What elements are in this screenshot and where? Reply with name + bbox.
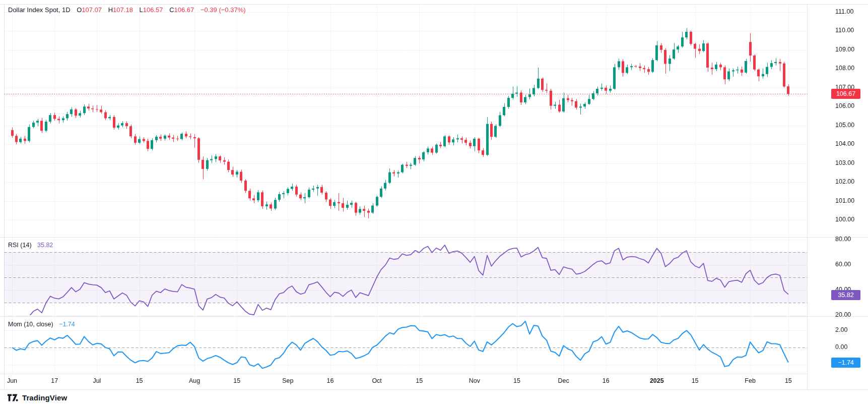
mom-legend: Mom (10, close) −1.74 xyxy=(8,321,75,328)
time-axis-tick: Feb xyxy=(745,377,756,384)
time-axis-tick: 15 xyxy=(233,377,240,384)
rsi-value-badge: 35.82 xyxy=(831,290,860,300)
time-axis-tick: 15 xyxy=(692,377,699,384)
rsi-axis-label: 60.00 xyxy=(835,261,851,268)
ohlc-change-value: −0.39 (−0.37%) xyxy=(201,6,246,14)
mom-indicator-value: −1.74 xyxy=(59,321,75,328)
ohlc-open-value: 107.07 xyxy=(82,6,102,14)
price-axis-label: 103.00 xyxy=(835,159,854,166)
tradingview-brand-text[interactable]: TradingView xyxy=(22,393,67,402)
time-axis-tick: 15 xyxy=(136,377,143,384)
price-axis-label: 105.00 xyxy=(835,122,854,129)
time-axis-tick: 15 xyxy=(785,377,792,384)
time-axis-tick: Oct xyxy=(372,377,381,384)
time-axis-tick: 16 xyxy=(603,377,610,384)
tradingview-logo-icon[interactable] xyxy=(7,392,19,403)
price-axis-label: 108.00 xyxy=(835,65,854,72)
time-axis-tick: 2025 xyxy=(650,377,664,384)
time-axis-tick: Jul xyxy=(93,377,101,384)
time-axis-tick: Nov xyxy=(469,377,480,384)
ohlc-close-label: C xyxy=(169,6,174,14)
time-axis-tick: Jun xyxy=(7,377,17,384)
price-axis-label: 104.00 xyxy=(835,140,854,147)
ohlc-high-value: 107.18 xyxy=(113,6,133,14)
time-axis-tick: Sep xyxy=(282,377,293,384)
candlestick-chart-canvas[interactable] xyxy=(0,0,868,390)
price-axis-label: 111.00 xyxy=(835,8,853,15)
last-price-badge: 106.67 xyxy=(831,89,860,99)
rsi-axis-label: 80.00 xyxy=(835,236,851,243)
rsi-axis-label: 20.00 xyxy=(835,311,851,318)
price-axis-label: 109.00 xyxy=(835,46,854,53)
time-axis-tick: Aug xyxy=(189,377,200,384)
footer-bar: TradingView xyxy=(0,390,868,405)
mom-axis-label: 2.00 xyxy=(835,326,847,333)
symbol-title[interactable]: Dollar Index Spot, 1D xyxy=(8,6,71,14)
ohlc-open-label: O xyxy=(77,6,82,14)
tradingview-chart-widget: Dollar Index Spot, 1D O107.07 H107.18 L1… xyxy=(0,0,868,405)
time-axis-tick: 17 xyxy=(51,377,58,384)
rsi-legend: RSI (14) 35.82 xyxy=(8,242,53,249)
mom-indicator-label[interactable]: Mom (10, close) xyxy=(8,321,53,328)
time-axis-tick: 15 xyxy=(416,377,423,384)
rsi-indicator-value: 35.82 xyxy=(37,242,53,249)
price-axis-label: 106.00 xyxy=(835,102,854,109)
price-axis-label: 110.00 xyxy=(835,27,854,34)
mom-axis-label: 0.00 xyxy=(835,343,847,351)
price-axis-label: 102.00 xyxy=(835,178,854,185)
ohlc-low-value: 106.57 xyxy=(143,6,163,14)
time-axis-tick: 16 xyxy=(327,377,334,384)
ohlc-close-value: 106.67 xyxy=(174,6,194,14)
price-legend: Dollar Index Spot, 1D O107.07 H107.18 L1… xyxy=(8,6,246,14)
rsi-indicator-label[interactable]: RSI (14) xyxy=(8,242,32,249)
ohlc-high-label: H xyxy=(108,6,113,14)
time-axis-tick: 15 xyxy=(513,377,520,384)
time-axis-tick: Dec xyxy=(558,377,569,384)
price-axis-label: 100.00 xyxy=(835,216,854,223)
ohlc-low-label: L xyxy=(140,6,143,14)
mom-value-badge: −1.74 xyxy=(831,358,860,368)
price-axis-label: 101.00 xyxy=(835,197,854,204)
